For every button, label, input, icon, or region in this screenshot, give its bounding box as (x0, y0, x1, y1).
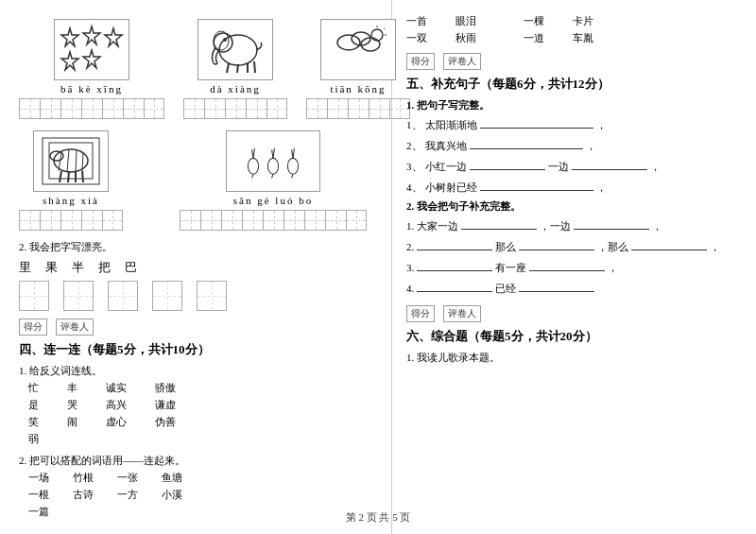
svg-line-42 (293, 148, 294, 159)
svg-line-28 (68, 171, 69, 182)
write-box-4 (152, 281, 182, 311)
page: bā kè xīng (0, 0, 756, 534)
fill-line-3: 3、 小红一边 一边 ， (406, 157, 742, 174)
svg-line-18 (384, 28, 385, 29)
svg-line-43 (292, 174, 293, 178)
svg-line-24 (67, 149, 69, 172)
word-yishou: 一首 (406, 14, 427, 28)
section5-fill-lines-2: 1. 大家一边 ，一边 ， 2. 那么 ，那么 ， 3. (406, 216, 742, 296)
write-box-5 (197, 281, 227, 311)
images-row-2: shàng xià (19, 130, 377, 231)
fill-blank-6c (631, 237, 707, 250)
antonym-xiao: 笑 (28, 415, 39, 429)
right-column: 一首 眼泪 一棵 卡片 一双 秋雨 一道 车胤 得分 评卷人 五、补充句子（每题… (392, 0, 756, 534)
write-box-2 (63, 281, 94, 311)
svg-line-12 (254, 61, 255, 73)
svg-line-38 (273, 148, 274, 159)
zebra-grid (19, 210, 123, 231)
elephant-item: dà xiàng (183, 19, 287, 119)
elephant-svg (202, 24, 268, 76)
measure-mid-col: 竹根 古诗 (73, 471, 94, 519)
section4: 得分 评卷人 四、连一连（每题5分，共计10分） 1. 给反义词连线。 忙 是 … (19, 319, 377, 519)
fill-num-6: 2. (406, 241, 414, 252)
fill-neme-6: 那么 (495, 240, 516, 254)
section5-sub2-label: 2. 我会把句子补充完整。 (406, 199, 742, 214)
fill-comma-5: ， (652, 219, 662, 233)
section5-score: 得分 评卷人 (406, 53, 742, 70)
char-guo: 果 (45, 259, 58, 276)
svg-marker-0 (61, 28, 78, 46)
svg-point-40 (287, 158, 298, 174)
antonym-left-col: 忙 是 笑 弱 (28, 381, 39, 446)
cloud-pinyin: tiān kōng (330, 83, 386, 95)
section6-score-label: 得分 (406, 305, 435, 322)
word-yike: 一棵 (524, 14, 544, 28)
fill-blank-8b (519, 279, 594, 292)
section6-title: 六、综合题（每题5分，共计20分） (406, 328, 742, 345)
write-chars: 里 果 半 把 巴 (19, 259, 377, 276)
fill-comma-3: ， (650, 160, 661, 174)
antonym-shi: 是 (28, 398, 39, 412)
radish-svg (240, 135, 306, 187)
antonym-right1-col: 诚实 高兴 虚心 (106, 381, 127, 446)
word-yanlei: 眼泪 (455, 14, 476, 28)
fill-line-7: 3. 有一座 ， (406, 258, 742, 275)
svg-point-8 (223, 38, 227, 42)
antonym-right2-col: 骄傲 谦虚 伪善 (155, 381, 176, 446)
antonym-label: 1. 给反义词连线。 (19, 364, 377, 378)
svg-line-23 (59, 152, 61, 171)
svg-line-10 (237, 64, 238, 73)
section6-score: 得分 评卷人 (406, 305, 742, 322)
radish-grid (180, 210, 367, 231)
radish-item: sān gè luó bo (180, 130, 367, 231)
section5-sub1-label: 1. 把句子写完整。 (406, 98, 742, 112)
fill-comma-4: ， (596, 181, 607, 195)
antonym-xuxin: 虚心 (106, 415, 127, 429)
stars-pinyin: bā kè xīng (60, 83, 123, 95)
radish-pinyin: sān gè luó bo (233, 195, 313, 206)
word-cheyin: 车胤 (573, 31, 593, 45)
section4-score: 得分 评卷人 (19, 319, 377, 336)
measure-label: 2. 把可以搭配的词语用——连起来。 (19, 454, 377, 468)
antonym-section: 1. 给反义词连线。 忙 是 笑 弱 丰 哭 闹 诚实 (19, 364, 377, 446)
fill-comma-1: ， (596, 118, 607, 132)
measure-yizhang: 一张 (117, 471, 138, 485)
left-column: bā kè xīng (0, 0, 392, 534)
measure-yipian: 一篇 (28, 505, 49, 519)
page-number: 第 2 页 共 5 页 (346, 510, 411, 525)
antonym-weishan: 伪善 (155, 415, 176, 429)
stars-image (54, 19, 129, 80)
section6: 得分 评卷人 六、综合题（每题5分，共计20分） 1. 我读儿歌录本题。 (406, 305, 742, 365)
reviewer-label: 评卷人 (56, 319, 94, 336)
section5-reviewer-label: 评卷人 (443, 53, 481, 70)
zebra-image (33, 130, 109, 192)
svg-line-9 (227, 63, 229, 73)
measure-left-col: 一场 一根 一篇 (28, 471, 49, 519)
images-row-1: bā kè xīng (19, 19, 377, 119)
fill-text-3a: 小红一边 (425, 160, 467, 174)
elephant-pinyin: dà xiàng (210, 83, 261, 95)
section6-sub1-label: 1. 我读儿歌录本题。 (406, 351, 742, 365)
antonym-jiaao: 骄傲 (155, 381, 176, 395)
fill-blank-3a (470, 157, 545, 170)
fill-blank-6a (417, 237, 492, 250)
measure-section: 2. 把可以搭配的词语用——连起来。 一场 一根 一篇 竹根 古诗 一张 一方 (19, 454, 377, 519)
measure-zhuge: 竹根 (73, 471, 94, 485)
fill-comma-7: ， (608, 261, 618, 275)
fill-num-8: 4. (406, 283, 414, 294)
antonym-ku: 哭 (67, 398, 77, 412)
write-box-1 (19, 281, 49, 311)
antonym-mid-col: 丰 哭 闹 (67, 381, 77, 446)
svg-line-30 (82, 171, 83, 182)
svg-point-13 (337, 35, 360, 50)
fill-line-4: 4、 小树射已经 ， (406, 178, 742, 195)
word-row-2: 一双 秋雨 一道 车胤 (406, 31, 742, 45)
word-row-1: 一首 眼泪 一棵 卡片 (406, 14, 742, 28)
measure-yigen: 一根 (28, 488, 49, 502)
fill-line-5: 1. 大家一边 ，一边 ， (406, 216, 742, 233)
antonym-feng: 丰 (67, 381, 77, 395)
fill-text-7: 有一座 (495, 261, 526, 275)
zebra-svg (38, 135, 104, 187)
section5-fill-lines-1: 1、 太阳渐渐地 ， 2、 我真兴地 ， 3、 小红一边 一边 (406, 115, 742, 195)
fill-mid-5: ，一边 (540, 219, 571, 233)
